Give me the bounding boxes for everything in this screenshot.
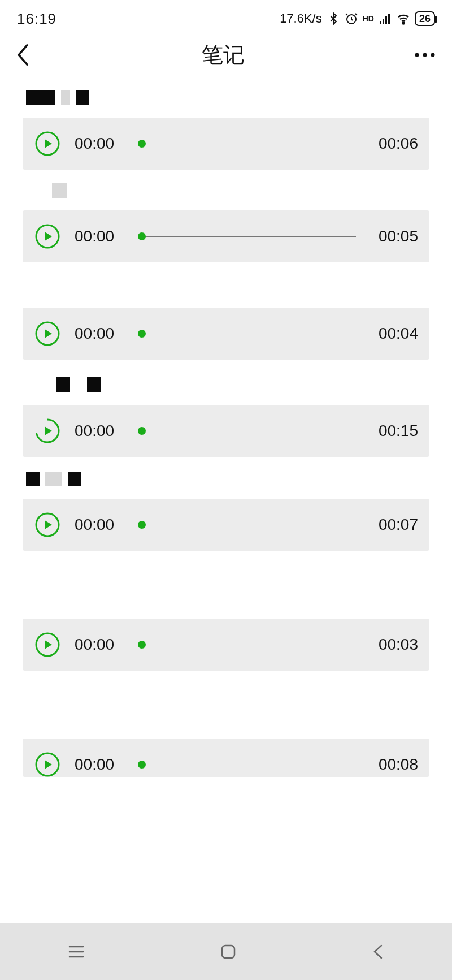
audio-current-time: 00:00 [75, 516, 123, 534]
svg-rect-1 [380, 21, 381, 24]
svg-point-6 [415, 53, 419, 57]
audio-duration: 00:03 [371, 636, 418, 654]
audio-duration: 00:15 [371, 422, 418, 440]
audio-track[interactable] [138, 641, 356, 649]
audio-track[interactable] [138, 232, 356, 240]
svg-rect-2 [383, 19, 384, 24]
audio-duration: 00:06 [371, 135, 418, 153]
play-button[interactable] [35, 752, 60, 777]
back-button[interactable] [16, 42, 33, 67]
audio-clip: 00:00 00:05 [23, 210, 429, 262]
status-time: 16:19 [17, 10, 56, 28]
audio-current-time: 00:00 [75, 636, 123, 654]
play-button[interactable] [35, 224, 60, 249]
audio-duration: 00:04 [371, 325, 418, 343]
audio-track[interactable] [138, 330, 356, 338]
battery-icon: 26 [415, 11, 435, 26]
audio-clip: 00:00 00:06 [23, 118, 429, 170]
svg-rect-3 [385, 16, 387, 24]
play-button[interactable] [35, 512, 60, 537]
audio-track[interactable] [138, 427, 356, 435]
play-button[interactable] [35, 131, 60, 156]
hd-icon: HD [363, 14, 374, 23]
audio-current-time: 00:00 [75, 135, 123, 153]
audio-clip: 00:00 00:04 [23, 308, 429, 360]
system-back-button[interactable] [371, 943, 385, 960]
more-button[interactable] [414, 51, 436, 58]
audio-current-time: 00:00 [75, 422, 123, 440]
system-nav-bar [0, 923, 452, 980]
redacted-text-1 [26, 90, 429, 105]
audio-duration: 00:07 [371, 516, 418, 534]
svg-point-5 [402, 23, 404, 24]
svg-rect-19 [222, 946, 234, 958]
svg-point-7 [423, 53, 427, 57]
network-speed: 17.6K/s [280, 11, 322, 26]
status-icons: 17.6K/s HD 26 [280, 11, 435, 26]
svg-rect-4 [388, 14, 390, 24]
audio-current-time: 00:00 [75, 755, 123, 774]
play-button[interactable] [35, 632, 60, 657]
play-button-loading[interactable] [35, 418, 60, 443]
redacted-text-3 [56, 377, 429, 392]
audio-current-time: 00:00 [75, 325, 123, 343]
audio-clip: 00:00 00:15 [23, 405, 429, 457]
wifi-icon [397, 12, 410, 25]
play-button[interactable] [35, 321, 60, 346]
status-bar: 16:19 17.6K/s HD 26 [0, 0, 452, 32]
redacted-text-2 [52, 183, 429, 198]
audio-track[interactable] [138, 761, 356, 769]
redacted-text-4 [26, 472, 429, 486]
note-content: 00:00 00:06 00:00 00:05 00:00 00:04 00:0… [0, 77, 452, 923]
svg-point-8 [431, 53, 435, 57]
audio-track[interactable] [138, 521, 356, 529]
audio-duration: 00:08 [371, 755, 418, 774]
signal-icon [379, 12, 392, 25]
audio-clip: 00:00 00:07 [23, 499, 429, 551]
audio-track[interactable] [138, 140, 356, 148]
page-title: 笔记 [33, 41, 414, 70]
recent-apps-button[interactable] [67, 944, 85, 960]
audio-duration: 00:05 [371, 227, 418, 245]
audio-clip: 00:00 00:03 [23, 619, 429, 671]
app-nav-bar: 笔记 [0, 32, 452, 77]
home-button[interactable] [220, 943, 237, 960]
alarm-icon [345, 12, 358, 25]
audio-clip: 00:00 00:08 [23, 739, 429, 777]
bluetooth-icon [327, 12, 340, 25]
audio-current-time: 00:00 [75, 227, 123, 245]
